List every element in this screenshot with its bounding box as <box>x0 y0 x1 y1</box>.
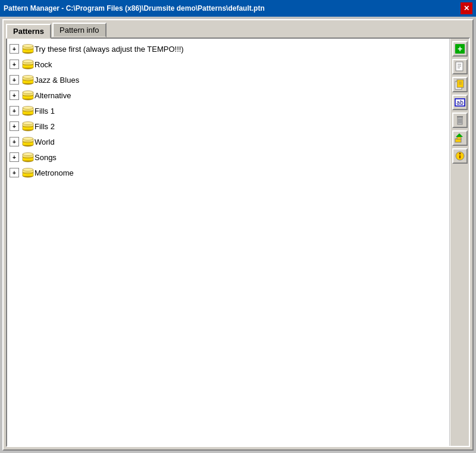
tree-item-label: Songs <box>35 153 57 162</box>
folder-icon <box>21 43 35 54</box>
copy-pattern-button[interactable] <box>452 77 468 92</box>
expand-button[interactable]: + <box>10 44 19 54</box>
main-window: Patterns Pattern info + Try these first … <box>2 19 474 451</box>
expand-button[interactable]: + <box>10 106 19 115</box>
window-title: Pattern Manager - C:\Program Files (x86)… <box>4 4 265 13</box>
tree-item-label: Alternative <box>35 91 71 100</box>
svg-point-24 <box>23 107 33 110</box>
add-group-button[interactable]: + <box>452 41 468 57</box>
svg-rect-67 <box>459 155 461 158</box>
tab-bar: Patterns Pattern info <box>6 23 470 38</box>
tab-pattern-info[interactable]: Pattern info <box>52 23 107 38</box>
content-area: + Try these first (always adjust the TEM… <box>6 38 470 447</box>
folder-icon <box>21 105 35 116</box>
expand-button[interactable]: + <box>10 137 19 146</box>
expand-button[interactable]: + <box>10 168 19 177</box>
tree-item-label: Jazz & Blues <box>35 76 79 85</box>
tree-item[interactable]: + Fills 2 <box>7 118 449 134</box>
svg-marker-64 <box>456 133 463 137</box>
right-toolbar: + <box>450 39 469 446</box>
new-pattern-button[interactable] <box>452 59 468 74</box>
delete-button[interactable] <box>452 113 468 128</box>
expand-button[interactable]: + <box>10 121 19 131</box>
tree-item[interactable]: + Alternative <box>7 88 449 103</box>
svg-point-44 <box>23 168 33 171</box>
tree-item-label: Fills 1 <box>35 107 55 115</box>
expand-button[interactable]: + <box>10 90 19 100</box>
tree-item-label: Fills 2 <box>35 122 55 131</box>
tree-item[interactable]: + Jazz & Blues <box>7 72 449 88</box>
title-bar: Pattern Manager - C:\Program Files (x86)… <box>0 0 476 17</box>
tree-area[interactable]: + Try these first (always adjust the TEM… <box>7 39 450 446</box>
svg-point-14 <box>23 76 33 79</box>
folder-icon <box>21 59 35 70</box>
tree-item-label: Metronome <box>35 168 74 177</box>
tree-item[interactable]: + Songs <box>7 149 449 165</box>
tab-patterns[interactable]: Patterns <box>6 24 51 39</box>
svg-point-9 <box>23 60 33 63</box>
tree-item[interactable]: + Rock <box>7 57 449 72</box>
tree-item[interactable]: + Try these first (always adjust the TEM… <box>7 41 449 57</box>
folder-icon <box>21 90 35 101</box>
svg-point-19 <box>23 91 33 94</box>
folder-icon <box>21 136 35 147</box>
folder-icon <box>21 167 35 178</box>
expand-button[interactable]: + <box>10 60 19 69</box>
folder-icon <box>21 74 35 85</box>
svg-text:ab|: ab| <box>456 99 465 107</box>
tree-item-label: World <box>35 138 55 146</box>
rename-button[interactable]: ab| <box>452 95 468 110</box>
svg-rect-63 <box>457 137 461 139</box>
tree-item[interactable]: + World <box>7 134 449 149</box>
tree-item-label: Rock <box>35 60 52 69</box>
info-button[interactable] <box>452 148 468 164</box>
tree-item[interactable]: + Metronome <box>7 165 449 180</box>
move-button[interactable] <box>452 130 468 146</box>
svg-point-66 <box>459 153 461 155</box>
expand-button[interactable]: + <box>10 152 19 162</box>
folder-icon <box>21 152 35 163</box>
svg-point-4 <box>23 45 33 48</box>
svg-point-34 <box>23 138 33 140</box>
svg-point-39 <box>23 153 33 156</box>
tree-item[interactable]: + Fills 1 <box>7 103 449 118</box>
svg-text:+: + <box>457 44 462 54</box>
expand-button[interactable]: + <box>10 75 19 85</box>
svg-point-29 <box>23 122 33 125</box>
folder-icon <box>21 121 35 132</box>
window-close-button[interactable]: ✕ <box>461 2 472 14</box>
tree-item-label: Try these first (always adjust the TEMPO… <box>35 45 184 54</box>
